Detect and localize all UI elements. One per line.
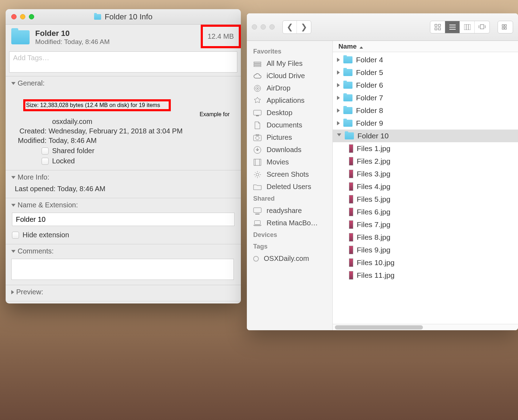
sidebar-item[interactable]: readyshare bbox=[247, 205, 332, 217]
section-more-info: More Info: Last opened: Today, 8:46 AM bbox=[6, 170, 241, 198]
close-button[interactable] bbox=[252, 24, 257, 30]
section-comments-header[interactable]: Comments: bbox=[11, 247, 235, 255]
folder-row[interactable]: Folder 7 bbox=[333, 92, 518, 104]
info-header: Folder 10 Modified: Today, 8:46 AM 12.4 … bbox=[6, 25, 241, 47]
sidebar-tag-item[interactable]: OSXDaily.com bbox=[247, 252, 332, 265]
all-files-icon bbox=[253, 60, 262, 68]
list-view-button[interactable] bbox=[445, 21, 460, 33]
back-button[interactable]: ❮ bbox=[283, 21, 297, 33]
folder-row[interactable]: Folder 9 bbox=[333, 117, 518, 130]
file-row[interactable]: Files 1.jpg bbox=[333, 142, 518, 155]
sidebar-item[interactable]: Applications bbox=[247, 94, 332, 107]
last-opened-value: Today, 8:46 AM bbox=[57, 185, 105, 193]
file-list[interactable]: Folder 4Folder 5Folder 6Folder 7Folder 8… bbox=[333, 52, 518, 324]
folder-row[interactable]: Folder 6 bbox=[333, 79, 518, 92]
file-row[interactable]: Files 8.jpg bbox=[333, 231, 518, 244]
locked-label: Locked bbox=[52, 157, 75, 165]
minimize-button[interactable] bbox=[20, 14, 25, 19]
get-info-window: Folder 10 Info Folder 10 Modified: Today… bbox=[6, 9, 241, 303]
sidebar-item[interactable]: Deleted Users bbox=[247, 181, 332, 193]
sidebar-item[interactable]: Screen Shots bbox=[247, 168, 332, 181]
folder-row[interactable]: Folder 5 bbox=[333, 66, 518, 79]
disclosure-triangle-icon bbox=[11, 250, 15, 253]
name-extension-input[interactable] bbox=[12, 213, 235, 226]
column-header-name[interactable]: Name bbox=[333, 41, 518, 52]
row-label: Folder 8 bbox=[356, 106, 383, 115]
folder-row[interactable]: Folder 4 bbox=[333, 54, 518, 66]
disclosure-triangle-icon[interactable] bbox=[337, 58, 340, 62]
titlebar[interactable]: Folder 10 Info bbox=[6, 9, 241, 25]
section-more-info-header[interactable]: More Info: bbox=[11, 173, 235, 181]
sidebar-item[interactable]: AirDrop bbox=[247, 82, 332, 94]
locked-checkbox[interactable] bbox=[42, 158, 49, 165]
file-row[interactable]: Files 6.jpg bbox=[333, 206, 518, 218]
traffic-lights bbox=[11, 14, 34, 19]
disclosure-triangle-icon[interactable] bbox=[337, 133, 341, 138]
sidebar-item-label: Movies bbox=[267, 158, 289, 166]
icon-view-button[interactable] bbox=[430, 21, 445, 33]
row-label: Folder 10 bbox=[357, 132, 389, 140]
sidebar-item-label: Documents bbox=[267, 121, 302, 129]
file-row[interactable]: Files 10.jpg bbox=[333, 256, 518, 269]
maximize-button[interactable] bbox=[29, 14, 34, 19]
maximize-button[interactable] bbox=[269, 24, 275, 30]
disclosure-triangle-icon[interactable] bbox=[337, 96, 340, 100]
size-summary-highlight: 12.4 MB bbox=[201, 25, 241, 48]
sidebar-item[interactable]: iCloud Drive bbox=[247, 70, 332, 82]
file-row[interactable]: Files 4.jpg bbox=[333, 180, 518, 193]
coverflow-view-button[interactable] bbox=[475, 21, 489, 33]
arrange-button[interactable] bbox=[498, 21, 513, 33]
where-example: Example for bbox=[200, 111, 230, 118]
section-nameext-header[interactable]: Name & Extension: bbox=[11, 201, 235, 209]
comments-input[interactable] bbox=[11, 259, 234, 280]
row-label: Folder 7 bbox=[356, 94, 383, 102]
row-label: Folder 5 bbox=[356, 68, 383, 77]
tags-input[interactable]: Add Tags… bbox=[9, 51, 237, 73]
sidebar-item[interactable]: Retina MacBo… bbox=[247, 217, 332, 229]
file-row[interactable]: Files 5.jpg bbox=[333, 193, 518, 206]
shared-folder-label: Shared folder bbox=[52, 147, 94, 155]
svg-rect-13 bbox=[502, 25, 504, 26]
disclosure-triangle-icon[interactable] bbox=[337, 108, 340, 113]
file-row[interactable]: Files 9.jpg bbox=[333, 244, 518, 256]
horizontal-scrollbar[interactable] bbox=[333, 324, 518, 330]
apps-icon bbox=[253, 97, 262, 105]
close-button[interactable] bbox=[11, 14, 17, 19]
section-preview-header[interactable]: Preview: bbox=[11, 288, 235, 296]
file-row[interactable]: Files 11.jpg bbox=[333, 269, 518, 282]
sidebar-item[interactable]: Downloads bbox=[247, 144, 332, 156]
svg-rect-7 bbox=[464, 24, 470, 30]
forward-button[interactable]: ❯ bbox=[297, 21, 311, 33]
disclosure-triangle-icon[interactable] bbox=[337, 121, 340, 125]
svg-point-32 bbox=[256, 173, 259, 176]
file-row[interactable]: Files 7.jpg bbox=[333, 218, 518, 231]
svg-rect-14 bbox=[505, 25, 506, 26]
row-label: Files 9.jpg bbox=[357, 246, 391, 254]
row-label: Files 4.jpg bbox=[357, 182, 391, 191]
folder-icon bbox=[343, 82, 352, 89]
folder-row[interactable]: Folder 10 bbox=[333, 130, 518, 142]
scrollbar-thumb[interactable] bbox=[335, 325, 423, 330]
finder-sidebar: Favorites All My FilesiCloud DriveAirDro… bbox=[247, 41, 333, 330]
section-general-header[interactable]: General: bbox=[11, 79, 235, 87]
disclosure-triangle-icon[interactable] bbox=[337, 83, 340, 87]
shared-folder-checkbox[interactable] bbox=[42, 148, 49, 155]
sidebar-item[interactable]: Documents bbox=[247, 119, 332, 131]
sidebar-item[interactable]: Desktop bbox=[247, 107, 332, 119]
chevron-left-icon: ❮ bbox=[287, 23, 293, 32]
folder-row[interactable]: Folder 8 bbox=[333, 104, 518, 117]
sidebar-item[interactable]: Pictures bbox=[247, 131, 332, 144]
column-view-button[interactable] bbox=[460, 21, 475, 33]
sidebar-item[interactable]: All My Files bbox=[247, 57, 332, 70]
hide-extension-checkbox[interactable] bbox=[12, 232, 19, 239]
file-pane: Name Folder 4Folder 5Folder 6Folder 7Fol… bbox=[333, 41, 518, 330]
row-label: Folder 6 bbox=[356, 81, 383, 89]
file-row[interactable]: Files 3.jpg bbox=[333, 168, 518, 180]
folder-icon bbox=[94, 14, 101, 20]
last-opened-label: Last opened: bbox=[15, 185, 56, 193]
display-icon bbox=[253, 207, 262, 215]
minimize-button[interactable] bbox=[261, 24, 266, 30]
sidebar-item[interactable]: Movies bbox=[247, 156, 332, 168]
file-row[interactable]: Files 2.jpg bbox=[333, 155, 518, 168]
disclosure-triangle-icon[interactable] bbox=[337, 70, 340, 75]
